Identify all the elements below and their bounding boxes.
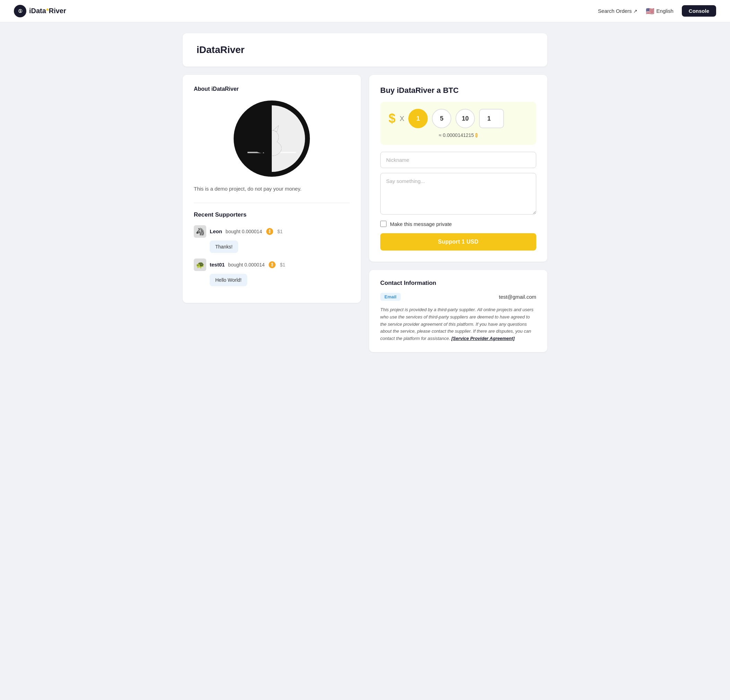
multiply-sign: X xyxy=(400,115,404,122)
supporter-message: Thanks! xyxy=(210,241,238,253)
logo-icon: ① xyxy=(14,5,26,18)
logo-text: iData*River xyxy=(29,7,66,15)
contact-card: Contact Information Email test@gmail.com… xyxy=(369,270,548,352)
btc-badge: ₿ xyxy=(269,261,276,268)
private-label: Make this message private xyxy=(390,221,452,227)
page-wrapper: iDataRiver About iDataRiver xyxy=(174,22,556,363)
about-logo-circle xyxy=(234,101,310,177)
supporter-row: 🦓 Leon bought 0.000014 ₿ $1 xyxy=(194,225,350,238)
supporter-row: 🐢 test01 bought 0.000014 ₿ $1 xyxy=(194,258,350,271)
two-col-layout: About iDataRiver xyxy=(182,75,548,352)
logo[interactable]: ① iData*River xyxy=(14,5,66,18)
logo-star: * xyxy=(46,7,49,15)
message-textarea[interactable] xyxy=(380,173,536,214)
service-agreement-link[interactable]: [Service Provider Agreement] xyxy=(451,336,514,341)
buy-title: Buy iDataRiver a BTC xyxy=(380,86,536,95)
contact-row: Email test@gmail.com xyxy=(380,293,536,301)
email-badge: Email xyxy=(380,293,401,301)
amount-btn-10[interactable]: 10 xyxy=(456,109,475,128)
supporter-avatar: 🦓 xyxy=(194,225,206,238)
btc-badge: ₿ xyxy=(266,228,273,235)
right-column: Buy iDataRiver a BTC $ X 1 5 10 ≈ 0.0000… xyxy=(369,75,548,352)
amount-row: $ X 1 5 10 xyxy=(388,109,528,128)
amount-selector: $ X 1 5 10 ≈ 0.0000141215 ₿ xyxy=(380,102,536,145)
language-selector[interactable]: 🇺🇸 English xyxy=(646,7,673,15)
buy-card: Buy iDataRiver a BTC $ X 1 5 10 ≈ 0.0000… xyxy=(369,75,548,262)
nickname-input[interactable] xyxy=(380,152,536,168)
language-label: English xyxy=(657,8,673,14)
private-checkbox[interactable] xyxy=(380,221,387,227)
supporters-title: Recent Supporters xyxy=(194,211,350,218)
custom-amount-input[interactable] xyxy=(479,109,504,128)
disclaimer-text: This project is provided by a third-part… xyxy=(380,306,536,343)
email-value: test@gmail.com xyxy=(499,294,536,300)
page-title: iDataRiver xyxy=(197,44,533,55)
about-title: About iDataRiver xyxy=(194,86,350,92)
header: ① iData*River Search Orders 🇺🇸 English C… xyxy=(0,0,730,22)
flag-icon: 🇺🇸 xyxy=(646,7,654,15)
supporter-name: Leon xyxy=(210,228,222,234)
private-row: Make this message private xyxy=(380,221,536,227)
header-right: Search Orders 🇺🇸 English Console xyxy=(598,5,716,17)
about-logo-wrap xyxy=(194,101,350,177)
supporter-bought: bought 0.000014 xyxy=(228,262,264,267)
section-divider xyxy=(194,203,350,203)
amount-btn-5[interactable]: 5 xyxy=(432,109,451,128)
about-card: About iDataRiver xyxy=(182,75,361,303)
about-description: This is a demo project, do not pay your … xyxy=(194,185,350,193)
dollar-amount: $1 xyxy=(280,262,285,267)
supporter-item: 🐢 test01 bought 0.000014 ₿ $1 Hello Worl… xyxy=(194,258,350,286)
supporter-name: test01 xyxy=(210,262,225,267)
support-button[interactable]: Support 1 USD xyxy=(380,233,536,251)
btc-equivalent: ≈ 0.0000141215 ₿ xyxy=(388,133,528,138)
title-card: iDataRiver xyxy=(182,33,548,67)
contact-title: Contact Information xyxy=(380,280,536,287)
supporter-item: 🦓 Leon bought 0.000014 ₿ $1 Thanks! xyxy=(194,225,350,253)
console-button[interactable]: Console xyxy=(682,5,716,17)
dollar-sign-icon: $ xyxy=(388,111,396,126)
supporter-message: Hello World! xyxy=(210,274,247,286)
dollar-amount: $1 xyxy=(277,229,283,234)
search-orders-link[interactable]: Search Orders xyxy=(598,8,638,14)
amount-btn-1[interactable]: 1 xyxy=(408,109,428,128)
supporter-avatar: 🐢 xyxy=(194,258,206,271)
supporter-bought: bought 0.000014 xyxy=(226,229,262,234)
search-orders-label: Search Orders xyxy=(598,8,632,14)
